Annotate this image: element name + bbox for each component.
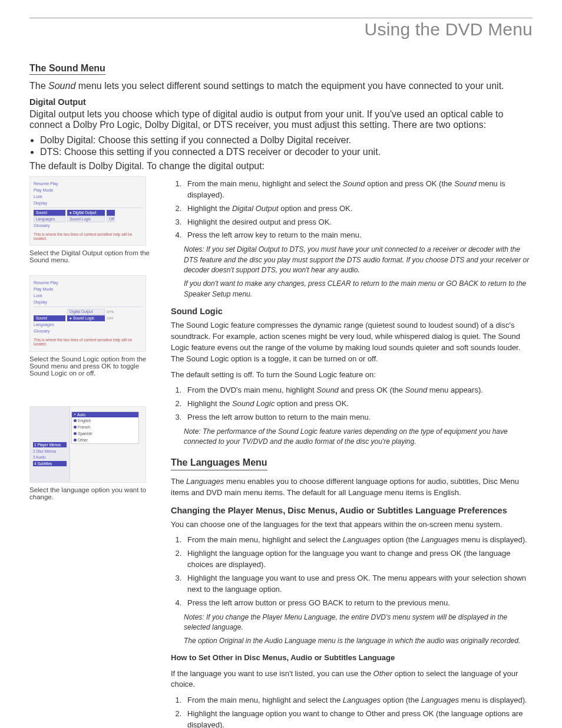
caption-1: Select the Digital Output option from th… (29, 249, 159, 263)
radio-icon (74, 439, 77, 442)
caption-2: Select the Sound Logic option from the S… (29, 355, 159, 377)
sound-menu-heading: The Sound Menu (29, 63, 105, 75)
sound-menu-intro: The Sound menu lets you select different… (29, 81, 533, 91)
digital-output-bullets: Dolby Digital: Choose this setting if yo… (40, 135, 533, 157)
sl-p2: The default setting is off. To turn the … (171, 370, 533, 381)
bullet-dolby: Dolby Digital: Choose this setting if yo… (40, 135, 533, 146)
lang-step-3: Highlight the language you want to use a… (184, 573, 533, 595)
bullet-dts: DTS: Choose this setting if you connecte… (40, 147, 533, 157)
do-step-4: Press the left arrow key to return to th… (184, 230, 533, 241)
page: Using the DVD Menu The Sound Menu The So… (0, 0, 562, 728)
lo-step-2: Highlight the language option you want t… (184, 709, 533, 728)
radio-icon (74, 426, 77, 429)
lang-steps: From the main menu, highlight and select… (184, 535, 533, 608)
languages-heading: The Languages Menu (171, 456, 267, 470)
sound-logic-steps: From the DVD's main menu, highlight Soun… (184, 385, 533, 423)
lang-p3: If the language you want to use isn't li… (171, 668, 533, 691)
sound-logic-heading: Sound Logic (171, 305, 533, 318)
digital-output-heading: Digital Output (29, 97, 533, 107)
lang-step-2: Highlight the language option for the la… (184, 548, 533, 571)
radio-icon (74, 413, 76, 416)
lang-other-steps: From the main menu, highlight and select… (184, 695, 533, 728)
lang-step-1: From the main menu, highlight and select… (184, 535, 533, 546)
lang-p2: You can choose one of the languages for … (171, 519, 533, 531)
do-step-2: Highlight the Digital Output option and … (184, 203, 533, 215)
lang-step-4: Press the left arrow button or press GO … (184, 598, 533, 609)
digital-output-steps: From the main menu, highlight and select… (184, 179, 533, 241)
do-note-2: If you don't want to make any changes, p… (184, 279, 533, 299)
sl-note: Note: The performance of the Sound Logic… (184, 427, 533, 447)
digital-output-p1: Digital output lets you choose which typ… (29, 109, 533, 130)
do-step-3: Highlight the desired output and press O… (184, 217, 533, 228)
sl-step-2: Highlight the Sound Logic option and pre… (184, 398, 533, 410)
lang-note-2: The option Original in the Audio Languag… (184, 636, 533, 646)
screenshot-sound-logic: Resume Play Play Mode Lock Display Digit… (29, 275, 146, 351)
do-note-1: Notes: If you set Digital Output to DTS,… (184, 245, 533, 275)
left-column: Resume Play Play Mode Lock Display Sound… (29, 176, 159, 512)
screenshot-sound-digital-output: Resume Play Play Mode Lock Display Sound… (29, 176, 146, 246)
lang-p1: The Languages menu enables you to choose… (171, 476, 533, 499)
sl-p1: The Sound Logic feature compresses the d… (171, 320, 533, 364)
caption-3: Select the language option you want to c… (29, 486, 159, 500)
lang-sub2: How to Set Other in Disc Menus, Audio or… (171, 653, 533, 664)
right-column: From the main menu, highlight and select… (171, 176, 533, 728)
screenshot-languages: 1 Player Menus 2 Disc Menus 3 Audio 4 Su… (29, 406, 146, 483)
sl-step-1: From the DVD's main menu, highlight Soun… (184, 385, 533, 396)
digital-output-p2: The default is Dolby Digital. To change … (29, 161, 533, 172)
do-step-1: From the main menu, highlight and select… (184, 179, 533, 201)
sl-step-3: Press the left arrow button to return to… (184, 412, 533, 423)
lang-note-1: Notes: If you change the Player Menu Lan… (184, 612, 533, 633)
radio-icon (74, 432, 77, 435)
page-header-title: Using the DVD Menu (29, 19, 533, 39)
header-rule (29, 18, 533, 18)
radio-icon (74, 419, 77, 422)
lang-sub1: Changing the Player Menus, Disc Menus, A… (171, 505, 533, 517)
lo-step-1: From the main menu, highlight and select… (184, 695, 533, 706)
